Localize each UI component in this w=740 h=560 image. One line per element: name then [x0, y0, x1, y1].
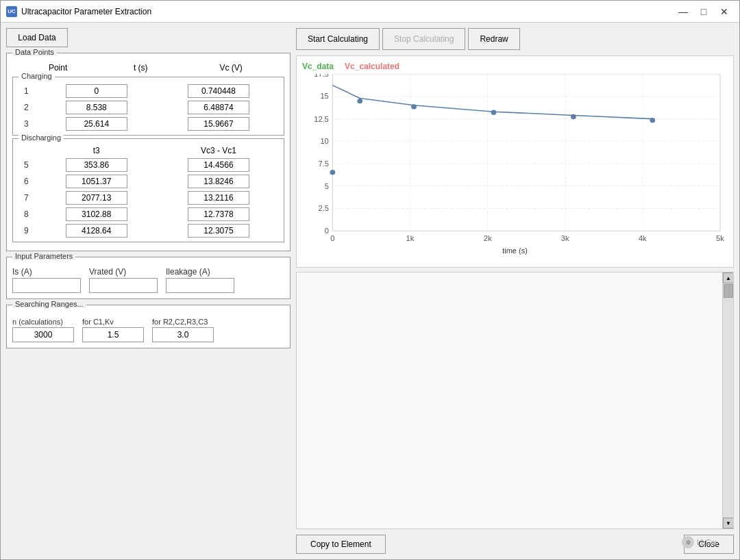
svg-point-29 [330, 170, 335, 175]
discharging-group: Discharging t3 Vc3 - Vc1 5 [12, 138, 284, 242]
col-vc: Vc (V) [177, 62, 284, 74]
vc7-input[interactable] [188, 191, 249, 205]
c1kv-label: for C1,Kv [82, 318, 144, 326]
svg-point-33 [571, 114, 576, 118]
chart-svg: 0 2.5 5 7.5 10 12.5 15 17.5 0 1k 2k 3k 4… [302, 74, 728, 245]
t5-input[interactable] [66, 158, 127, 172]
bottom-area: Copy to Element ⚙ LLCer Close [296, 529, 734, 554]
toolbar-row: Start Calculating Stop Calculating Redra… [296, 28, 734, 50]
vc5-input[interactable] [188, 158, 249, 172]
svg-point-31 [412, 105, 417, 109]
load-data-button[interactable]: Load Data [6, 28, 68, 47]
point-8: 8 [17, 206, 36, 222]
n-label: n (calculations) [12, 318, 74, 326]
svg-text:1k: 1k [406, 234, 415, 242]
t9-input[interactable] [66, 224, 127, 238]
vrated-param-group: Vrated (V) [89, 267, 158, 293]
discharging-label: Discharging [18, 133, 64, 142]
legend-vc-data: Vc_data [302, 62, 334, 71]
svg-text:17.5: 17.5 [314, 74, 329, 78]
bottom-row: Copy to Element ⚙ LLCer Close [296, 535, 734, 554]
t1-input[interactable] [66, 84, 127, 98]
titlebar: UC Ultracapacitor Parameter Extraction —… [1, 1, 739, 23]
point-6: 6 [17, 173, 36, 190]
dcol-point [17, 144, 36, 157]
t8-input[interactable] [66, 207, 127, 221]
svg-text:3k: 3k [561, 234, 569, 242]
is-param-group: Is (A) [12, 267, 81, 293]
vrated-label: Vrated (V) [89, 267, 158, 277]
is-input[interactable] [12, 278, 81, 293]
vc8-input[interactable] [188, 207, 249, 221]
scroll-thumb[interactable] [724, 284, 733, 298]
table-row: 8 [17, 206, 280, 222]
maximize-button[interactable]: □ [694, 4, 713, 19]
point-7: 7 [17, 190, 36, 206]
point-1: 1 [17, 83, 36, 99]
svg-text:2k: 2k [484, 234, 492, 242]
t7-input[interactable] [66, 191, 127, 205]
start-calculating-button[interactable]: Start Calculating [296, 28, 380, 50]
redraw-button[interactable]: Redraw [468, 28, 519, 50]
n-input[interactable] [12, 327, 74, 342]
svg-text:4k: 4k [639, 234, 647, 242]
minimize-button[interactable]: — [674, 4, 693, 19]
right-panel: Start Calculating Stop Calculating Redra… [296, 28, 734, 554]
svg-text:10: 10 [320, 137, 328, 145]
scroll-down-button[interactable]: ▼ [723, 518, 734, 529]
vc9-input[interactable] [188, 224, 249, 238]
point-3: 3 [17, 116, 36, 132]
ileakage-label: Ileakage (A) [166, 267, 234, 277]
charging-table: 1 2 3 [17, 83, 280, 132]
output-scrollbar[interactable]: ▲ ▼ [722, 272, 733, 529]
search-row: n (calculations) for C1,Kv for R2,C2,R3,… [12, 318, 284, 342]
ileakage-param-group: Ileakage (A) [166, 267, 234, 293]
main-window: UC Ultracapacitor Parameter Extraction —… [0, 0, 740, 560]
legend-vc-calculated: Vc_calculated [345, 62, 399, 71]
t3-input[interactable] [66, 117, 127, 131]
scroll-up-button[interactable]: ▲ [723, 272, 734, 283]
col-time: t (s) [103, 62, 177, 74]
stop-calculating-button[interactable]: Stop Calculating [382, 28, 465, 50]
charging-label: Charging [18, 72, 55, 80]
c1kv-input[interactable] [82, 327, 144, 342]
table-row: 3 [17, 116, 280, 132]
vc3-input[interactable] [188, 117, 249, 131]
chart-container: 0 2.5 5 7.5 10 12.5 15 17.5 0 1k 2k 3k 4… [302, 74, 728, 245]
dcol-vc3vc1: Vc3 - Vc1 [158, 144, 280, 157]
vc2-input[interactable] [188, 101, 249, 114]
main-content: Load Data Data Points Point t (s) Vc (V) [1, 23, 739, 559]
svg-text:7.5: 7.5 [318, 160, 328, 168]
point-9: 9 [17, 222, 36, 239]
t2-input[interactable] [66, 101, 127, 114]
svg-text:15: 15 [320, 92, 328, 101]
ileakage-input[interactable] [166, 278, 234, 293]
left-panel: Load Data Data Points Point t (s) Vc (V) [6, 28, 291, 554]
charging-group: Charging 1 2 [12, 77, 284, 136]
n-calc-group: n (calculations) [12, 318, 74, 342]
chart-xlabel: time (s) [302, 246, 728, 255]
vc1-input[interactable] [188, 84, 249, 98]
table-row: 1 [17, 83, 280, 99]
dcol-t3: t3 [36, 144, 158, 157]
copy-to-element-button[interactable]: Copy to Element [296, 535, 386, 554]
discharging-table: t3 Vc3 - Vc1 5 6 [17, 144, 280, 239]
chart-legend: Vc_data Vc_calculated [302, 62, 728, 71]
close-window-button[interactable]: ✕ [715, 4, 734, 19]
param-row: Is (A) Vrated (V) Ileakage (A) [12, 267, 284, 293]
input-params-group: Input Parameters Is (A) Vrated (V) Ileak… [6, 257, 291, 299]
svg-text:2.5: 2.5 [318, 204, 328, 212]
watermark-icon: ⚙ [682, 536, 694, 548]
t6-input[interactable] [66, 175, 127, 188]
svg-text:5k: 5k [716, 234, 724, 242]
svg-text:12.5: 12.5 [314, 115, 329, 123]
data-points-title: Data Points [12, 48, 57, 56]
vrated-input[interactable] [89, 278, 158, 293]
vc6-input[interactable] [188, 175, 249, 188]
data-points-group: Data Points Point t (s) Vc (V) Charging [6, 53, 291, 251]
searching-ranges-group: Searching Ranges... n (calculations) for… [6, 305, 291, 348]
r-label: for R2,C2,R3,C3 [152, 318, 214, 326]
r-input[interactable] [152, 327, 214, 342]
svg-rect-0 [332, 74, 720, 231]
svg-text:0: 0 [325, 227, 329, 236]
